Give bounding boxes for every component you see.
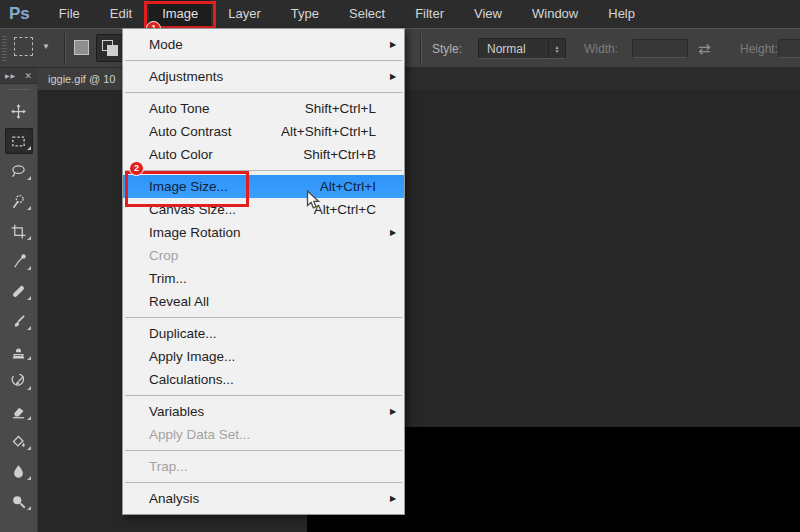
menu-item-image-size[interactable]: Image Size... Alt+Ctrl+I ▶ 2: [123, 175, 404, 198]
menubar-item-layer[interactable]: Layer: [215, 0, 274, 28]
menubar-item-edit[interactable]: Edit: [97, 0, 145, 28]
menu-item-adjustments[interactable]: Adjustments ▶: [123, 65, 404, 88]
menu-item-canvas-size[interactable]: Canvas Size... Alt+Ctrl+C ▶: [123, 198, 404, 221]
menubar-item-select[interactable]: Select: [336, 0, 398, 28]
new-selection-icon[interactable]: [74, 40, 89, 55]
menubar-item-image[interactable]: Image1: [149, 0, 211, 28]
menubar-item-label: File: [59, 6, 80, 21]
clone-stamp-tool[interactable]: [0, 336, 38, 366]
blur-tool[interactable]: [0, 456, 38, 486]
spinner-arrows-icon: ▲▼: [548, 39, 565, 58]
menu-item-variables[interactable]: Variables ▶: [123, 400, 404, 423]
menu-item-label: Adjustments: [123, 69, 376, 84]
menubar-item-label: Help: [608, 6, 635, 21]
menu-item-auto-contrast[interactable]: Auto Contrast Alt+Shift+Ctrl+L ▶: [123, 120, 404, 143]
tools-panel-grip: [0, 84, 37, 96]
menu-item-label: Mode: [123, 37, 376, 52]
menu-item-auto-color[interactable]: Auto Color Shift+Ctrl+B ▶: [123, 143, 404, 166]
close-panel-icon[interactable]: ✕: [24, 71, 32, 81]
blur-icon: [11, 464, 26, 479]
tool-preset-button[interactable]: ▼: [14, 37, 50, 56]
style-label: Style:: [432, 42, 462, 56]
menu-separator: [125, 170, 402, 171]
menu-item-shortcut: Alt+Ctrl+C: [314, 202, 376, 217]
quick-selection-tool[interactable]: [0, 186, 38, 216]
options-bar-grip: [2, 36, 7, 61]
history-brush-icon: [11, 374, 26, 389]
marquee-icon: [11, 134, 26, 149]
spot-healing-brush-tool[interactable]: [0, 276, 38, 306]
submenu-arrow-icon: ▶: [390, 40, 404, 49]
clone-stamp-icon: [11, 344, 26, 359]
eraser-icon: [11, 404, 26, 419]
menu-item-shortcut: Shift+Ctrl+B: [303, 147, 376, 162]
menubar-item-view[interactable]: View: [461, 0, 515, 28]
move-tool[interactable]: [0, 96, 38, 126]
eyedropper-icon: [11, 254, 26, 269]
menubar-item-file[interactable]: File: [46, 0, 93, 28]
menu-item-auto-tone[interactable]: Auto Tone Shift+Ctrl+L ▶: [123, 97, 404, 120]
menu-item-label: Trap...: [123, 459, 376, 474]
collapse-panel-icon[interactable]: ▶▶: [5, 72, 16, 79]
menu-item-image-rotation[interactable]: Image Rotation ▶: [123, 221, 404, 244]
eraser-tool[interactable]: [0, 396, 38, 426]
menu-item-label: Apply Data Set...: [123, 427, 376, 442]
menu-item-label: Crop: [123, 248, 376, 263]
paint-bucket-tool[interactable]: [0, 426, 38, 456]
menu-item-label: Trim...: [123, 271, 376, 286]
menu-item-shortcut: Alt+Ctrl+I: [320, 179, 376, 194]
menubar-item-label: View: [474, 6, 502, 21]
menu-item-label: Canvas Size...: [123, 202, 314, 217]
menu-item-label: Duplicate...: [123, 326, 376, 341]
rectangular-marquee-icon: [14, 37, 33, 56]
menu-item-label: Apply Image...: [123, 349, 376, 364]
eyedropper-tool[interactable]: [0, 246, 38, 276]
tools-panel-header: ▶▶ ✕: [0, 68, 37, 84]
rectangular-marquee-tool[interactable]: [0, 126, 38, 156]
menubar-item-help[interactable]: Help: [595, 0, 648, 28]
menu-item-reveal-all[interactable]: Reveal All ▶: [123, 290, 404, 313]
menu-bar-items: FileEditImage1LayerTypeSelectFilterViewW…: [44, 0, 650, 28]
crop-tool[interactable]: [0, 216, 38, 246]
menu-item-label: Image Rotation: [123, 225, 376, 240]
tools-list: [0, 96, 37, 516]
menu-item-apply-data-set: Apply Data Set... ▶: [123, 423, 404, 446]
menu-separator: [125, 395, 402, 396]
width-input: [632, 39, 688, 58]
menu-item-analysis[interactable]: Analysis ▶: [123, 487, 404, 510]
menubar-item-filter[interactable]: Filter: [402, 0, 457, 28]
lasso-tool[interactable]: [0, 156, 38, 186]
style-dropdown[interactable]: Normal ▲▼: [478, 38, 566, 59]
style-dropdown-value: Normal: [479, 42, 548, 56]
menu-item-shortcut: Shift+Ctrl+L: [305, 101, 376, 116]
brush-tool[interactable]: [0, 306, 38, 336]
menubar-item-window[interactable]: Window: [519, 0, 591, 28]
menu-item-apply-image[interactable]: Apply Image... ▶: [123, 345, 404, 368]
menu-item-calculations[interactable]: Calculations... ▶: [123, 368, 404, 391]
menu-separator: [125, 60, 402, 61]
photoshop-logo: Ps: [0, 4, 40, 24]
quick-selection-icon: [11, 194, 26, 209]
submenu-arrow-icon: ▶: [390, 494, 404, 503]
menu-item-label: Auto Color: [123, 147, 303, 162]
menubar-item-label: Select: [349, 6, 385, 21]
document-tab[interactable]: iggie.gif @ 10: [38, 68, 126, 90]
menu-separator: [125, 92, 402, 93]
options-separator: [64, 33, 66, 64]
menu-item-label: Reveal All: [123, 294, 376, 309]
submenu-arrow-icon: ▶: [390, 407, 404, 416]
brush-icon: [11, 314, 26, 329]
history-brush-tool[interactable]: [0, 366, 38, 396]
menu-bar: Ps FileEditImage1LayerTypeSelectFilterVi…: [0, 0, 800, 28]
menu-item-trim[interactable]: Trim... ▶: [123, 267, 404, 290]
menubar-item-label: Type: [291, 6, 319, 21]
menubar-item-label: Edit: [110, 6, 132, 21]
menu-item-duplicate[interactable]: Duplicate... ▶: [123, 322, 404, 345]
swap-width-height-icon: ⇄: [698, 40, 711, 58]
submenu-arrow-icon: ▶: [390, 72, 404, 81]
add-to-selection-button[interactable]: [96, 34, 124, 62]
dodge-tool[interactable]: [0, 486, 38, 516]
dodge-icon: [11, 494, 26, 509]
menu-item-mode[interactable]: Mode ▶: [123, 33, 404, 56]
menubar-item-type[interactable]: Type: [278, 0, 332, 28]
